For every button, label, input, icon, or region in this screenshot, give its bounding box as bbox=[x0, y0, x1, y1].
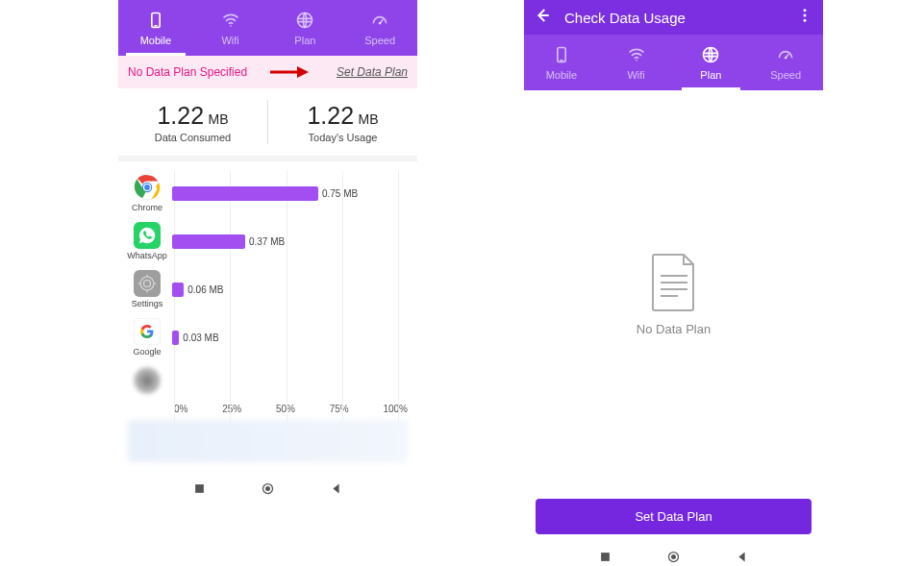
svg-point-39 bbox=[671, 554, 676, 559]
nav-recent-icon[interactable] bbox=[192, 481, 207, 500]
redacted-icon bbox=[134, 367, 161, 394]
svg-marker-7 bbox=[297, 66, 309, 78]
tab-label: Wifi bbox=[221, 35, 238, 46]
axis-tick: 0% bbox=[174, 404, 187, 414]
usage-bar bbox=[172, 283, 184, 297]
speed-icon bbox=[370, 11, 389, 32]
annotation-arrow-icon bbox=[270, 65, 309, 79]
tab-speed[interactable]: Speed bbox=[342, 0, 417, 56]
tab-wifi[interactable]: Wifi bbox=[599, 35, 674, 90]
svg-point-3 bbox=[298, 12, 312, 27]
stat-today: 1.22 MB Today's Usage bbox=[268, 88, 417, 156]
tab-mobile[interactable]: Mobile bbox=[118, 0, 193, 56]
phone-screen-plan-tab: Check Data Usage Mobile Wifi Plan Speed bbox=[524, 0, 823, 566]
stat-unit: MB bbox=[209, 111, 229, 127]
nav-home-icon[interactable] bbox=[666, 550, 681, 567]
app-bar-title: Check Data Usage bbox=[564, 10, 686, 26]
tab-plan[interactable]: Plan bbox=[674, 35, 749, 90]
tab-label: Speed bbox=[364, 35, 395, 46]
nav-recent-icon[interactable] bbox=[598, 550, 612, 567]
bar-track: 0.75 MB bbox=[172, 186, 408, 201]
svg-point-25 bbox=[804, 14, 807, 17]
android-nav-bar bbox=[524, 544, 823, 566]
app-name: WhatsApp bbox=[127, 251, 167, 260]
stat-consumed: 1.22 MB Data Consumed bbox=[118, 88, 267, 156]
svg-rect-37 bbox=[601, 553, 610, 561]
usage-value: 0.06 MB bbox=[184, 283, 223, 297]
back-icon[interactable] bbox=[534, 7, 551, 28]
google-icon bbox=[134, 318, 161, 345]
svg-point-5 bbox=[379, 22, 382, 25]
svg-point-11 bbox=[144, 185, 150, 190]
mobile-icon bbox=[146, 11, 165, 32]
wifi-icon bbox=[221, 11, 240, 32]
tab-label: Wifi bbox=[627, 69, 644, 81]
chrome-icon bbox=[134, 174, 161, 201]
app-name: Settings bbox=[132, 299, 163, 308]
app-usage-row[interactable]: Google 0.03 MB bbox=[128, 313, 408, 361]
axis-tick: 75% bbox=[330, 404, 349, 414]
bar-track: 0.03 MB bbox=[172, 331, 408, 345]
set-data-plan-link[interactable]: Set Data Plan bbox=[337, 65, 408, 79]
tabs-header: Mobile Wifi Plan Speed bbox=[524, 35, 823, 90]
redacted-footer bbox=[128, 420, 408, 462]
svg-point-26 bbox=[804, 19, 807, 22]
tab-label: Plan bbox=[294, 35, 315, 46]
svg-point-29 bbox=[636, 60, 637, 62]
bar-track: 0.37 MB bbox=[172, 234, 408, 249]
speed-icon bbox=[776, 45, 795, 66]
app-name: Chrome bbox=[132, 203, 162, 212]
app-bar: Check Data Usage bbox=[524, 0, 823, 35]
usage-bar bbox=[172, 234, 245, 249]
axis-tick: 50% bbox=[276, 404, 295, 414]
stat-unit: MB bbox=[359, 111, 379, 127]
usage-value: 0.03 MB bbox=[179, 331, 218, 345]
usage-value: 0.37 MB bbox=[245, 234, 285, 249]
tabs-header: Mobile Wifi Plan Speed bbox=[118, 0, 417, 56]
svg-point-30 bbox=[704, 47, 718, 62]
tab-speed[interactable]: Speed bbox=[748, 35, 823, 90]
usage-bar bbox=[172, 186, 318, 201]
tab-label: Mobile bbox=[140, 35, 171, 46]
tab-label: Plan bbox=[700, 69, 721, 81]
overflow-menu-icon[interactable] bbox=[796, 7, 813, 28]
alert-message: No Data Plan Specified bbox=[128, 65, 247, 79]
tab-plan[interactable]: Plan bbox=[268, 0, 343, 56]
usage-bar bbox=[172, 331, 179, 345]
android-nav-bar bbox=[118, 476, 417, 504]
app-usage-chart: Chrome 0.75 MB WhatsApp 0.37 MB bbox=[118, 156, 417, 476]
chart-axis: 0% 25% 50% 75% 100% bbox=[128, 404, 408, 414]
set-data-plan-button[interactable]: Set Data Plan bbox=[536, 499, 812, 534]
data-plan-alert: No Data Plan Specified Set Data Plan bbox=[118, 56, 417, 88]
nav-back-icon[interactable] bbox=[735, 550, 749, 567]
app-name: Google bbox=[133, 347, 161, 357]
wifi-icon bbox=[627, 45, 646, 66]
usage-value: 0.75 MB bbox=[318, 186, 358, 201]
plan-icon bbox=[701, 45, 720, 66]
svg-rect-13 bbox=[134, 270, 161, 297]
tab-wifi[interactable]: Wifi bbox=[193, 0, 268, 56]
whatsapp-icon bbox=[134, 222, 161, 249]
axis-tick: 25% bbox=[222, 404, 241, 414]
app-usage-row[interactable]: Settings 0.06 MB bbox=[128, 265, 408, 313]
tab-label: Speed bbox=[770, 69, 801, 81]
nav-home-icon[interactable] bbox=[261, 481, 275, 500]
bar-track: 0.06 MB bbox=[172, 283, 408, 297]
stat-value: 1.22 bbox=[307, 102, 354, 129]
plan-icon bbox=[295, 11, 314, 32]
svg-rect-21 bbox=[195, 484, 204, 493]
settings-icon bbox=[134, 270, 161, 297]
tab-mobile[interactable]: Mobile bbox=[524, 35, 599, 90]
svg-point-32 bbox=[785, 57, 787, 60]
empty-text: No Data Plan bbox=[637, 322, 711, 336]
nav-back-icon[interactable] bbox=[329, 481, 343, 500]
svg-point-2 bbox=[230, 25, 232, 27]
app-usage-row[interactable]: Chrome 0.75 MB bbox=[128, 169, 408, 217]
stat-value: 1.22 bbox=[157, 102, 204, 129]
redacted-app-row bbox=[128, 361, 408, 400]
axis-tick: 100% bbox=[383, 404, 408, 414]
app-usage-row[interactable]: WhatsApp 0.37 MB bbox=[128, 217, 408, 265]
phone-screen-mobile-tab: Mobile Wifi Plan Speed No Data Plan Spec… bbox=[118, 0, 417, 504]
mobile-icon bbox=[552, 45, 571, 66]
stat-label: Today's Usage bbox=[309, 132, 378, 143]
